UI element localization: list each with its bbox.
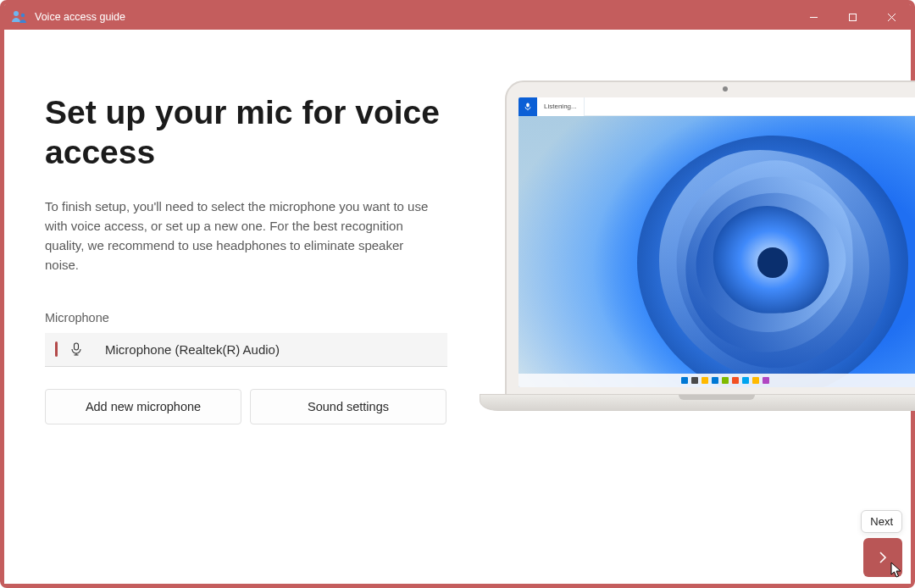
minimize-button[interactable] xyxy=(794,4,833,30)
selection-accent xyxy=(55,341,58,357)
taskbar-icon xyxy=(702,377,708,384)
laptop-notch xyxy=(679,395,755,400)
next-area: Next xyxy=(861,510,902,577)
page-description: To finish setup, you'll need to select t… xyxy=(45,197,435,275)
microphone-icon xyxy=(69,342,83,356)
next-button[interactable] xyxy=(863,538,902,577)
cursor-icon xyxy=(890,562,904,579)
button-row: Add new microphone Sound settings xyxy=(45,389,447,424)
window-frame: Voice access guide Set up your mic for v… xyxy=(0,0,915,588)
page-heading: Set up your mic for voice access xyxy=(45,93,447,173)
chevron-right-icon xyxy=(876,551,890,564)
content-area: Set up your mic for voice access To fini… xyxy=(4,30,911,584)
selected-microphone-name: Microphone (Realtek(R) Audio) xyxy=(105,342,280,357)
sound-settings-button[interactable]: Sound settings xyxy=(250,389,446,424)
close-button[interactable] xyxy=(872,4,911,30)
taskbar-icon xyxy=(762,377,769,384)
svg-point-1 xyxy=(21,14,25,17)
window-title: Voice access guide xyxy=(35,11,125,23)
taskbar-icon xyxy=(712,377,718,384)
svg-rect-6 xyxy=(75,343,79,350)
left-pane: Set up your mic for voice access To fini… xyxy=(4,30,488,584)
laptop-lid: Listening... xyxy=(505,80,915,401)
microphone-select[interactable]: Microphone (Realtek(R) Audio) xyxy=(45,333,447,367)
sound-settings-label: Sound settings xyxy=(308,400,389,413)
laptop-illustration: Listening... xyxy=(480,80,915,428)
svg-rect-3 xyxy=(849,14,856,20)
laptop-screen: Listening... xyxy=(518,97,915,387)
taskbar-icon xyxy=(722,377,729,384)
taskbar xyxy=(518,374,915,387)
taskbar-icon xyxy=(752,377,759,384)
app-icon xyxy=(11,8,28,25)
camera-icon xyxy=(723,86,728,92)
titlebar: Voice access guide xyxy=(4,4,911,30)
svg-rect-10 xyxy=(526,103,529,107)
add-new-microphone-button[interactable]: Add new microphone xyxy=(45,389,241,424)
maximize-button[interactable] xyxy=(833,4,872,30)
illustration-pane: Listening... xyxy=(488,30,911,584)
voice-bar-mic-icon xyxy=(518,97,537,116)
voice-bar-status: Listening... xyxy=(537,97,585,116)
voice-access-bar: Listening... xyxy=(518,97,915,116)
wallpaper xyxy=(518,97,915,387)
add-new-microphone-label: Add new microphone xyxy=(86,400,201,413)
next-tooltip: Next xyxy=(861,510,902,533)
laptop-base xyxy=(480,394,915,411)
taskbar-icon xyxy=(691,377,698,384)
taskbar-icon xyxy=(732,377,739,384)
svg-point-0 xyxy=(14,11,19,16)
microphone-field-label: Microphone xyxy=(45,311,447,325)
taskbar-icon xyxy=(681,377,688,384)
taskbar-icon xyxy=(742,377,749,384)
